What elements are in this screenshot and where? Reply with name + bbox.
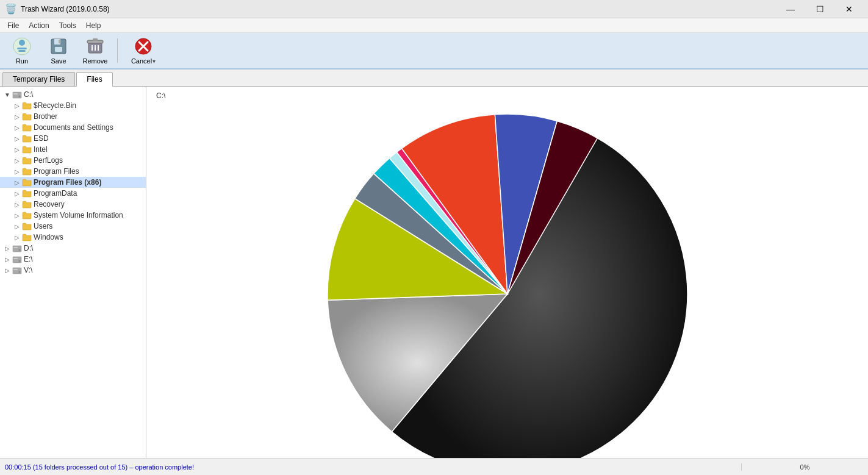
svg-rect-23 [13,257,21,263]
tree-item-users[interactable]: ▷ Users [0,221,146,232]
expand-program-files-x86[interactable]: ▷ [12,179,22,186]
tree-item-c-root[interactable]: ▼ C:\ [0,89,146,100]
tree-item-recycle-bin[interactable]: ▷ $Recycle.Bin [0,100,146,111]
tree-label-e-root: E:\ [24,255,33,263]
title-bar-controls: — ☐ ✕ [777,0,863,18]
tree-label-v-root: V:\ [24,266,32,274]
folder-icon-program-files-x86 [22,177,32,187]
menu-file[interactable]: File [2,20,24,31]
tree-item-sysvolinfo[interactable]: ▷ System Volume Information [0,210,146,221]
toolbar-separator [117,38,118,63]
svg-rect-26 [13,268,21,274]
tab-files[interactable]: Files [76,72,112,87]
expand-brother[interactable]: ▷ [12,113,22,120]
expand-v-root[interactable]: ▷ [2,267,12,274]
tree-item-v-root[interactable]: ▷ V:\ [0,265,146,276]
maximize-button[interactable]: ☐ [806,0,834,18]
expand-docs-settings[interactable]: ▷ [12,124,22,131]
svg-rect-25 [13,258,18,259]
expand-sysvolinfo[interactable]: ▷ [12,212,22,219]
expand-programdata[interactable]: ▷ [12,190,22,197]
svg-rect-10 [93,38,98,41]
cancel-button[interactable]: Cancel ▾ [123,35,164,66]
expand-perflogs[interactable]: ▷ [12,157,22,164]
save-icon [49,37,68,56]
menu-help[interactable]: Help [81,20,106,31]
chart-title: C:\ [156,91,165,100]
close-button[interactable]: ✕ [835,0,863,18]
tree-item-program-files-x86[interactable]: ▷ Program Files (x86) [0,177,146,188]
file-tree-panel: ▼ C:\ ▷ $Recycle.Bin ▷ Brother ▷ [0,87,146,458]
tree-item-d-root[interactable]: ▷ D:\ [0,243,146,254]
tab-temporary-files[interactable]: Temporary Files [2,72,75,86]
tree-label-users: Users [34,222,52,230]
svg-point-24 [19,260,21,262]
chart-container [156,105,858,458]
svg-point-18 [19,96,21,98]
tree-label-d-root: D:\ [24,244,33,252]
tree-label-sysvolinfo: System Volume Information [34,211,123,220]
folder-icon-recovery [22,199,32,209]
tree-label-c-root: C:\ [24,90,33,99]
tree-label-recovery: Recovery [34,200,65,209]
run-label: Run [16,57,28,65]
tree-item-esd[interactable]: ▷ ESD [0,133,146,144]
expand-users[interactable]: ▷ [12,223,22,230]
drive-icon-c [12,90,22,99]
menu-action[interactable]: Action [24,20,54,31]
tree-label-intel: Intel [34,145,48,154]
tree-label-esd: ESD [34,134,49,143]
folder-icon-windows [22,232,32,242]
tree-label-brother: Brother [34,112,57,121]
expand-recovery[interactable]: ▷ [12,201,22,208]
chart-panel: C:\ [146,87,868,458]
status-progress: 0% [741,463,863,471]
save-label: Save [51,57,66,65]
run-button[interactable]: Run [5,35,39,66]
tree-item-program-files[interactable]: ▷ Program Files [0,166,146,177]
expand-recycle-bin[interactable]: ▷ [12,102,22,109]
svg-rect-17 [13,92,21,98]
remove-icon [85,37,105,56]
save-button[interactable]: Save [41,35,76,66]
svg-rect-22 [13,247,18,248]
folder-icon-brother [22,112,32,121]
cancel-icon [134,37,153,56]
drive-icon-d [12,243,22,253]
expand-d-root[interactable]: ▷ [2,245,12,252]
minimize-button[interactable]: — [777,0,805,18]
tree-item-e-root[interactable]: ▷ E:\ [0,254,146,265]
tree-item-recovery[interactable]: ▷ Recovery [0,199,146,210]
cancel-label: Cancel [131,57,152,65]
tree-item-docs-settings[interactable]: ▷ Documents and Settings [0,122,146,133]
tree-item-brother[interactable]: ▷ Brother [0,111,146,122]
expand-e-root[interactable]: ▷ [2,256,12,263]
expand-intel[interactable]: ▷ [12,146,22,153]
folder-icon-docs-settings [22,123,32,132]
tree-item-perflogs[interactable]: ▷ PerfLogs [0,155,146,166]
expand-windows[interactable]: ▷ [12,234,22,241]
tree-item-windows[interactable]: ▷ Windows [0,232,146,243]
menu-tools[interactable]: Tools [54,20,81,31]
expand-c-root[interactable]: ▼ [2,91,12,98]
tree-label-windows: Windows [34,233,63,241]
svg-rect-6 [55,47,62,52]
expand-program-files[interactable]: ▷ [12,168,22,175]
pie-chart [306,105,709,458]
tree-item-intel[interactable]: ▷ Intel [0,144,146,155]
svg-rect-19 [13,93,18,95]
app-icon: 🗑️ [5,3,17,15]
remove-button[interactable]: Remove [78,35,112,66]
svg-rect-2 [17,48,27,49]
run-icon [12,37,32,56]
folder-icon-esd [22,134,32,143]
expand-esd[interactable]: ▷ [12,135,22,142]
folder-icon-programdata [22,188,32,198]
tree-label-recycle-bin: $Recycle.Bin [34,101,76,110]
tree-label-program-files-x86: Program Files (x86) [34,178,101,187]
tree-item-programdata[interactable]: ▷ ProgramData [0,188,146,199]
svg-rect-7 [59,40,60,43]
svg-point-21 [19,249,21,251]
svg-rect-20 [13,246,21,252]
folder-icon-sysvolinfo [22,210,32,220]
